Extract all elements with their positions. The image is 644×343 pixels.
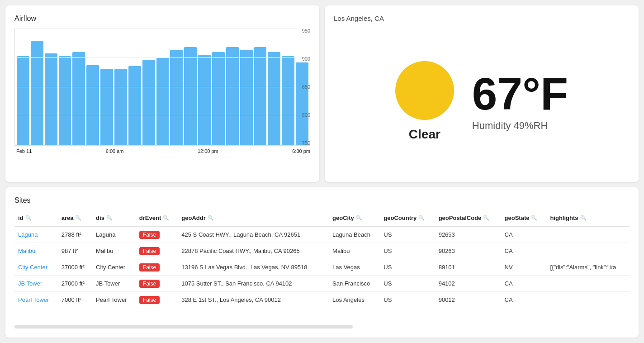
cell-geoCountry-0: US	[380, 226, 435, 243]
col-search-icon-dis[interactable]: 🔍	[106, 215, 113, 221]
cell-drEvent-0: False	[136, 226, 178, 243]
weather-temperature: 67°F	[472, 71, 568, 116]
col-header-drEvent[interactable]: drEvent🔍	[136, 210, 178, 226]
col-label-drEvent: drEvent	[139, 214, 161, 221]
col-label-geoState: geoState	[505, 214, 530, 221]
col-header-geoCity[interactable]: geoCity🔍	[329, 210, 380, 226]
col-search-icon-drEvent[interactable]: 🔍	[163, 215, 169, 221]
cell-geoCity-2: Las Vegas	[329, 259, 380, 276]
bar-0	[17, 56, 29, 145]
cell-area-3: 27000 ft²	[58, 276, 92, 292]
cell-geoAddr-3: 1075 Sutter ST., San Francisco, CA 94102	[178, 276, 329, 292]
col-search-icon-geoAddr[interactable]: 🔍	[208, 215, 214, 221]
x-label-6am: 6:00 am	[106, 148, 124, 154]
weather-location: Los Angeles, CA	[334, 14, 630, 22]
cell-geoPostalCode-4: 90012	[435, 292, 501, 308]
bar-6	[100, 69, 113, 145]
cell-geoPostalCode-0: 92653	[435, 226, 501, 243]
cell-drEvent-3: False	[136, 276, 178, 292]
chart-bars	[14, 28, 310, 146]
weather-left: Clear	[395, 61, 454, 142]
table-header: id🔍area🔍dis🔍drEvent🔍geoAddr🔍geoCity🔍geoC…	[14, 210, 630, 226]
col-header-geoState[interactable]: geoState🔍	[501, 210, 547, 226]
sun-icon	[395, 61, 454, 120]
cell-geoPostalCode-2: 89101	[435, 259, 501, 276]
y-label-950: 950	[302, 28, 310, 33]
table-row: Malibu987 ft²MalibuFalse22878 Pacific Co…	[14, 243, 630, 259]
weather-humidity: Humidity 49%RH	[472, 120, 548, 132]
col-label-id: id	[18, 214, 24, 221]
col-header-highlights[interactable]: highlights🔍	[546, 210, 630, 226]
bar-15	[226, 47, 239, 145]
bar-17	[254, 47, 267, 145]
bar-10	[156, 57, 169, 145]
weather-body: Clear 67°F Humidity 49%RH	[334, 29, 630, 173]
cell-drEvent-2: False	[136, 259, 178, 276]
table-body: Laguna2788 ft²LagunaFalse425 S Coast HWY…	[14, 226, 630, 308]
bar-13	[198, 55, 211, 145]
weather-card: Los Angeles, CA Clear 67°F Humidity 49%R…	[325, 5, 639, 182]
table-row: City Center37000 ft²City CenterFalse1319…	[14, 259, 630, 276]
bar-7	[114, 69, 127, 145]
bar-8	[128, 66, 141, 145]
col-label-dis: dis	[96, 214, 104, 221]
bar-12	[184, 47, 197, 145]
col-search-icon-geoState[interactable]: 🔍	[531, 215, 537, 221]
cell-id-4[interactable]: Pearl Tower	[14, 292, 58, 308]
airflow-title: Airflow	[14, 14, 310, 23]
cell-geoCountry-1: US	[380, 243, 435, 259]
dr-event-badge-3: False	[139, 280, 160, 288]
col-label-geoPostalCode: geoPostalCode	[439, 214, 482, 221]
weather-right: 67°F Humidity 49%RH	[472, 71, 568, 132]
col-search-icon-highlights[interactable]: 🔍	[580, 215, 587, 221]
weather-condition: Clear	[409, 127, 440, 142]
col-search-icon-geoCountry[interactable]: 🔍	[418, 215, 425, 221]
col-header-area[interactable]: area🔍	[58, 210, 92, 226]
cell-geoState-2: NV	[501, 259, 547, 276]
cell-geoAddr-4: 328 E 1st ST., Los Angeles, CA 90012	[178, 292, 329, 308]
y-label-800: 800	[302, 112, 310, 118]
sites-card: Sites id🔍area🔍dis🔍drEvent🔍geoAddr🔍geoCit…	[5, 187, 639, 338]
cell-id-1[interactable]: Malibu	[14, 243, 58, 259]
col-search-icon-area[interactable]: 🔍	[75, 215, 81, 221]
cell-area-4: 7000 ft²	[58, 292, 92, 308]
col-header-dis[interactable]: dis🔍	[92, 210, 136, 226]
bar-18	[268, 52, 280, 145]
sites-table: id🔍area🔍dis🔍drEvent🔍geoAddr🔍geoCity🔍geoC…	[14, 210, 630, 308]
dr-event-badge-4: False	[139, 296, 160, 304]
cell-dis-2: City Center	[92, 259, 136, 276]
cell-geoCountry-4: US	[380, 292, 435, 308]
col-header-geoAddr[interactable]: geoAddr🔍	[178, 210, 329, 226]
cell-id-0[interactable]: Laguna	[14, 226, 58, 243]
col-search-icon-id[interactable]: 🔍	[25, 215, 32, 221]
cell-geoState-4: CA	[501, 292, 547, 308]
col-header-geoPostalCode[interactable]: geoPostalCode🔍	[435, 210, 501, 226]
col-search-icon-geoPostalCode[interactable]: 🔍	[483, 215, 489, 221]
bar-19	[282, 56, 294, 145]
col-label-geoAddr: geoAddr	[181, 214, 205, 221]
cell-area-0: 2788 ft²	[58, 226, 92, 243]
cell-geoAddr-1: 22878 Pacific Coast HWY., Malibu, CA 902…	[178, 243, 329, 259]
dr-event-badge-0: False	[139, 231, 160, 239]
col-label-area: area	[62, 214, 74, 221]
cell-id-2[interactable]: City Center	[14, 259, 58, 276]
cell-highlights-0	[546, 226, 630, 243]
airflow-chart: 950 900 850 800 750 Feb 11 6:00 am 12:00…	[14, 28, 310, 164]
dr-event-badge-1: False	[139, 247, 160, 255]
y-label-850: 850	[302, 84, 310, 90]
horizontal-scrollbar[interactable]	[14, 325, 353, 329]
col-header-geoCountry[interactable]: geoCountry🔍	[380, 210, 435, 226]
bar-9	[142, 60, 155, 145]
cell-geoState-1: CA	[501, 243, 547, 259]
bar-2	[45, 53, 57, 145]
cell-area-2: 37000 ft²	[58, 259, 92, 276]
cell-geoCity-4: Los Angeles	[329, 292, 380, 308]
col-header-id[interactable]: id🔍	[14, 210, 58, 226]
sites-table-wrapper[interactable]: id🔍area🔍dis🔍drEvent🔍geoAddr🔍geoCity🔍geoC…	[14, 210, 630, 321]
cell-geoPostalCode-1: 90263	[435, 243, 501, 259]
cell-geoAddr-0: 425 S Coast HWY., Laguna Beach, CA 92651	[178, 226, 329, 243]
cell-geoCity-0: Laguna Beach	[329, 226, 380, 243]
col-search-icon-geoCity[interactable]: 🔍	[356, 215, 362, 221]
cell-dis-1: Malibu	[92, 243, 136, 259]
cell-id-3[interactable]: JB Tower	[14, 276, 58, 292]
